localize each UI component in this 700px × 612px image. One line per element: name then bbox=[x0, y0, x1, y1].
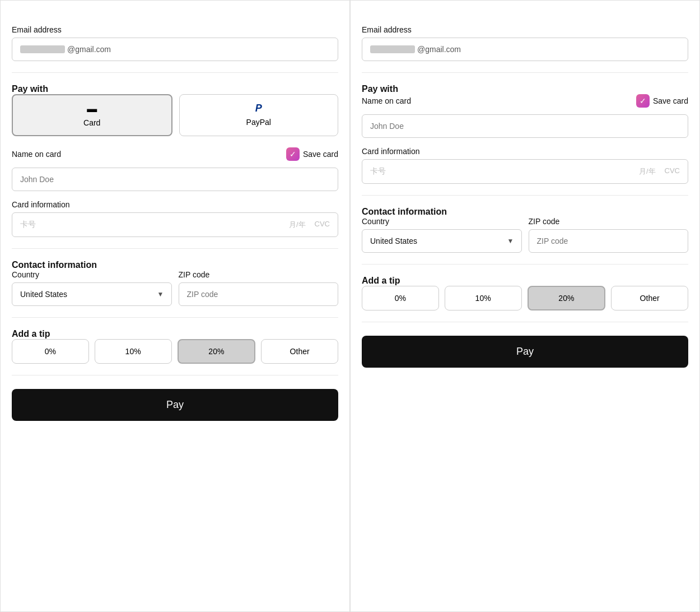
card-label-left: Card bbox=[83, 118, 100, 127]
pay-section-left: Pay bbox=[12, 375, 338, 432]
right-panel: Email address @gmail.com Pay with Name o… bbox=[350, 0, 700, 612]
tip-other-right[interactable]: Other bbox=[611, 286, 688, 310]
save-card-right[interactable]: ✓ Save card bbox=[636, 94, 688, 108]
save-card-left[interactable]: ✓ Save card bbox=[286, 147, 338, 161]
tips-row-right: 0% 10% 20% Other bbox=[362, 286, 688, 310]
contact-title-left: Contact information bbox=[12, 260, 97, 270]
pay-section-right: Pay bbox=[362, 322, 688, 379]
pay-button-left[interactable]: Pay bbox=[12, 389, 338, 421]
country-wrapper-left: United States Canada UK ▼ bbox=[12, 282, 172, 306]
cvc-right: CVC bbox=[665, 166, 680, 177]
pay-with-section-left: Pay with ▬ Card P PayPal Name on card ✓ … bbox=[12, 73, 338, 249]
zip-col-left: ZIP code bbox=[179, 270, 339, 306]
email-blur-left bbox=[20, 45, 65, 53]
email-section-right: Email address @gmail.com bbox=[362, 14, 688, 73]
zip-col-right: ZIP code bbox=[529, 217, 689, 253]
card-button-left[interactable]: ▬ Card bbox=[12, 94, 172, 136]
paypal-label-left: PayPal bbox=[246, 118, 271, 127]
save-card-text-right: Save card bbox=[653, 96, 688, 105]
card-icon-left: ▬ bbox=[87, 103, 97, 115]
pay-with-title-left: Pay with bbox=[12, 84, 48, 94]
name-label-left: Name on card bbox=[12, 150, 61, 159]
tip-20-right[interactable]: 20% bbox=[528, 286, 606, 310]
name-label-right: Name on card bbox=[362, 96, 411, 105]
tips-row-left: 0% 10% 20% Other bbox=[12, 339, 338, 364]
email-input-right[interactable]: @gmail.com bbox=[362, 38, 688, 61]
country-select-left[interactable]: United States Canada UK bbox=[12, 282, 172, 306]
tip-20-left[interactable]: 20% bbox=[178, 339, 256, 364]
tip-10-right[interactable]: 10% bbox=[445, 286, 522, 310]
email-label-left: Email address bbox=[12, 25, 338, 34]
email-section-left: Email address @gmail.com bbox=[12, 14, 338, 73]
pay-with-title-right: Pay with bbox=[362, 84, 398, 94]
card-number-placeholder-left: 卡号 bbox=[20, 220, 36, 230]
tip-other-left[interactable]: Other bbox=[261, 339, 338, 364]
country-label-left: Country bbox=[12, 270, 172, 279]
zip-input-right[interactable] bbox=[529, 229, 689, 253]
contact-row-left: Country United States Canada UK ▼ ZIP co… bbox=[12, 270, 338, 306]
card-number-placeholder-right: 卡号 bbox=[370, 166, 386, 177]
country-label-right: Country bbox=[362, 217, 522, 226]
tip-section-left: Add a tip 0% 10% 20% Other bbox=[12, 318, 338, 375]
zip-label-right: ZIP code bbox=[529, 217, 689, 226]
country-wrapper-right: United States Canada UK ▼ bbox=[362, 229, 522, 253]
tip-0-left[interactable]: 0% bbox=[12, 339, 89, 364]
name-input-right[interactable] bbox=[362, 114, 688, 138]
country-select-right[interactable]: United States Canada UK bbox=[362, 229, 522, 253]
cvc-left: CVC bbox=[315, 220, 330, 230]
zip-label-left: ZIP code bbox=[179, 270, 339, 279]
card-info-box-right[interactable]: 卡号 月/年 CVC bbox=[362, 159, 688, 184]
name-row-right: Name on card ✓ Save card bbox=[362, 94, 688, 108]
save-card-checkbox-left[interactable]: ✓ bbox=[286, 147, 300, 161]
email-label-right: Email address bbox=[362, 25, 688, 34]
email-suffix-left: @gmail.com bbox=[67, 45, 111, 54]
tip-title-right: Add a tip bbox=[362, 276, 400, 285]
tip-10-left[interactable]: 10% bbox=[95, 339, 172, 364]
contact-title-right: Contact information bbox=[362, 207, 447, 216]
tip-title-left: Add a tip bbox=[12, 329, 50, 339]
name-row-left: Name on card ✓ Save card bbox=[12, 147, 338, 161]
email-suffix-right: @gmail.com bbox=[417, 45, 461, 54]
pay-button-right[interactable]: Pay bbox=[362, 336, 688, 368]
card-info-label-left: Card information bbox=[12, 200, 338, 209]
contact-row-right: Country United States Canada UK ▼ ZIP co… bbox=[362, 217, 688, 253]
pay-with-buttons-left: ▬ Card P PayPal bbox=[12, 94, 338, 136]
tip-section-right: Add a tip 0% 10% 20% Other bbox=[362, 265, 688, 322]
save-card-text-left: Save card bbox=[303, 150, 338, 159]
paypal-icon-left: P bbox=[255, 103, 262, 114]
expiry-left: 月/年 bbox=[289, 220, 306, 230]
email-blur-right bbox=[370, 45, 415, 53]
card-info-right-left: 月/年 CVC bbox=[289, 220, 330, 230]
paypal-button-left[interactable]: P PayPal bbox=[179, 94, 339, 136]
name-input-left[interactable] bbox=[12, 168, 338, 191]
contact-section-left: Contact information Country United State… bbox=[12, 249, 338, 318]
zip-input-left[interactable] bbox=[179, 282, 339, 306]
left-panel: Email address @gmail.com Pay with ▬ Card… bbox=[0, 0, 350, 612]
tip-0-right[interactable]: 0% bbox=[362, 286, 439, 310]
country-col-left: Country United States Canada UK ▼ bbox=[12, 270, 172, 306]
contact-section-right: Contact information Country United State… bbox=[362, 196, 688, 265]
save-card-checkbox-right[interactable]: ✓ bbox=[636, 94, 650, 108]
card-info-box-left[interactable]: 卡号 月/年 CVC bbox=[12, 212, 338, 237]
card-info-right-right: 月/年 CVC bbox=[639, 166, 680, 177]
email-input-left[interactable]: @gmail.com bbox=[12, 38, 338, 61]
expiry-right: 月/年 bbox=[639, 166, 656, 177]
country-col-right: Country United States Canada UK ▼ bbox=[362, 217, 522, 253]
card-info-label-right: Card information bbox=[362, 147, 688, 156]
pay-with-section-right: Pay with Name on card ✓ Save card Card i… bbox=[362, 73, 688, 196]
